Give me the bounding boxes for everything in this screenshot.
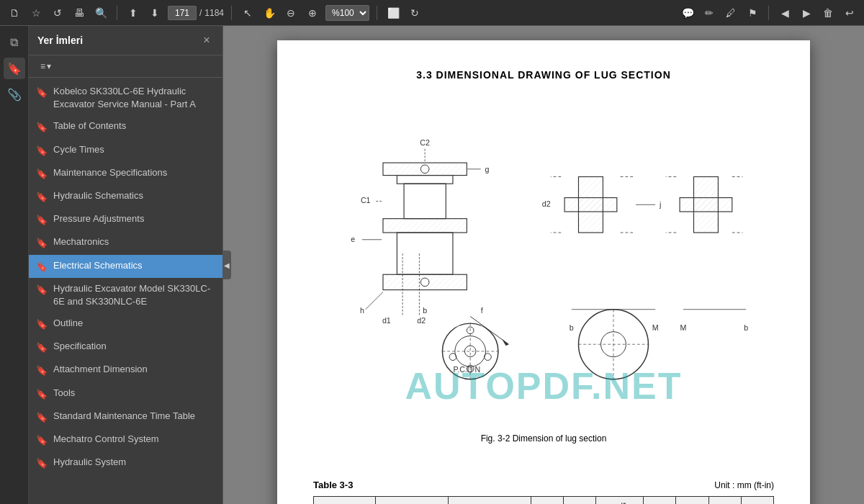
rotate-icon[interactable]: ↻	[406, 4, 423, 22]
sidebar-grid-icon: ≡	[40, 61, 45, 71]
bookmark-ribbon-icon: 🔖	[36, 411, 48, 424]
technical-drawing: C2 C1 g d1 d2	[313, 102, 774, 412]
bookmark-ribbon-icon: 🔖	[36, 341, 48, 354]
bookmark-item-bm-toc[interactable]: 🔖Table of Contents	[29, 115, 222, 138]
bookmark-item-bm-main[interactable]: 🔖Kobelco SK330LC-6E Hydraulic Excavator …	[29, 81, 222, 115]
redo-icon[interactable]: ↩	[841, 4, 858, 22]
page-separator: /	[199, 8, 202, 18]
svg-text:C1: C1	[361, 196, 371, 204]
table-header-row: Table 3-3 Unit : mm (ft-in)	[313, 480, 774, 490]
svg-text:e: e	[351, 235, 355, 243]
bookmark-label: Attachment Dimension	[53, 363, 214, 376]
bookmark-ribbon-icon: 🔖	[36, 284, 48, 297]
sidebar-panel: Yer İmleri × ≡ ▾ 🔖Kobelco SK330LC-6E Hyd…	[29, 26, 223, 504]
hand-tool-icon[interactable]: ✋	[261, 4, 278, 22]
bookmark-item-bm-stdmaint[interactable]: 🔖Standard Maintenance Time Table	[29, 405, 222, 428]
bookmark-ribbon-icon: 🔖	[36, 121, 48, 134]
bookmark-label: Tools	[53, 387, 214, 400]
zoom-in-icon[interactable]: ⊕	[304, 4, 321, 22]
prev-page-icon[interactable]: ⬆	[125, 4, 142, 22]
nav-prev-icon[interactable]: ◀	[776, 4, 793, 22]
highlight-icon[interactable]: ✏	[701, 4, 718, 22]
fig-caption: Fig. 3-2 Dimension of lug section	[481, 433, 607, 444]
svg-rect-4	[397, 233, 453, 274]
undo-icon[interactable]: ↺	[49, 4, 66, 22]
panel-attachments-icon[interactable]: 📎	[4, 84, 25, 105]
pen-icon[interactable]: 🖊	[722, 4, 739, 22]
panel-bookmarks-icon[interactable]: 🔖	[4, 58, 25, 79]
bookmark-item-bm-outline[interactable]: 🔖Outline	[29, 312, 222, 336]
zoom-select[interactable]: %100 %75 %50 %125 %150	[325, 5, 369, 21]
bookmark-star-icon[interactable]: ☆	[27, 4, 45, 22]
sidebar-collapse-handle[interactable]: ◀	[222, 251, 231, 279]
delete-icon[interactable]: 🗑	[819, 4, 837, 22]
bookmark-label: Hydraulic Schematics	[53, 189, 214, 202]
search-icon[interactable]: 🔍	[92, 4, 109, 22]
table-unit: Unit : mm (ft-in)	[714, 480, 774, 490]
svg-text:d1: d1	[382, 316, 391, 325]
col-header-partno: Part No. ofbucket	[449, 497, 531, 505]
col-header-dia: dia.	[531, 497, 563, 505]
svg-rect-8	[383, 219, 467, 233]
pdf-viewer[interactable]: AUTOPDF.NET 3.3 DIMENSIONAL DRAWING OF L…	[223, 26, 864, 504]
svg-point-35	[485, 354, 492, 361]
bookmark-label: Standard Maintenance Time Table	[53, 410, 214, 423]
svg-text:d2: d2	[542, 199, 551, 208]
cursor-icon[interactable]: ↖	[239, 4, 256, 22]
col-header-pinda: pin dia.	[644, 497, 676, 505]
icon-panel: ⧉ 🔖 📎	[0, 26, 29, 504]
bookmark-item-bm-pressure[interactable]: 🔖Pressure Adjustments	[29, 208, 222, 231]
bookmark-ribbon-icon: 🔖	[36, 457, 48, 470]
svg-text:b: b	[423, 306, 427, 315]
zoom-out-icon[interactable]: ⊖	[282, 4, 300, 22]
bookmark-item-bm-maint[interactable]: 🔖Maintenance Specifications	[29, 162, 222, 185]
svg-rect-1	[397, 176, 453, 184]
sidebar-close-button[interactable]: ×	[199, 33, 214, 48]
table-name: Table 3-3	[313, 480, 353, 490]
bookmark-label: Mechatronics	[53, 235, 214, 248]
bookmark-item-bm-mecha[interactable]: 🔖Mechatronics	[29, 231, 222, 254]
drawing-area: C2 C1 g d1 d2	[313, 102, 774, 504]
bookmark-item-bm-elec[interactable]: 🔖Electrical Schematics	[29, 255, 222, 278]
page-current-input[interactable]: 171	[168, 6, 197, 20]
sidebar-view-toggle[interactable]: ≡ ▾	[36, 60, 55, 73]
bookmark-item-bm-hydsys[interactable]: 🔖Hydraulic System	[29, 451, 222, 474]
bookmark-item-bm-spec[interactable]: 🔖Specification	[29, 336, 222, 359]
sidebar-header: Yer İmleri ×	[29, 26, 222, 55]
svg-rect-58	[680, 198, 732, 212]
bookmark-item-bm-cycle[interactable]: 🔖Cycle Times	[29, 139, 222, 162]
markup-icon[interactable]: ⚑	[744, 4, 761, 22]
panel-pages-icon[interactable]: ⧉	[4, 32, 25, 53]
bookmark-ribbon-icon: 🔖	[36, 168, 48, 181]
sep2	[231, 6, 232, 20]
col-header-te: te thickness	[564, 497, 596, 505]
svg-text:h: h	[360, 306, 364, 315]
sep3	[377, 6, 377, 20]
bookmark-label: Kobelco SK330LC-6E Hydraulic Excavator S…	[53, 85, 214, 111]
bookmark-item-bm-hydexc[interactable]: 🔖Hydraulic Excavator Model SK330LC-6E an…	[29, 278, 222, 312]
nav-next-icon[interactable]: ▶	[798, 4, 815, 22]
svg-rect-43	[564, 198, 617, 212]
bookmark-item-bm-hyd[interactable]: 🔖Hydraulic Schematics	[29, 185, 222, 208]
fit-page-icon[interactable]: ⬜	[384, 4, 402, 22]
col-header-pcd: ole P.C.D	[741, 497, 773, 505]
svg-line-24	[366, 292, 383, 309]
next-page-icon[interactable]: ⬇	[146, 4, 163, 22]
svg-text:b: b	[570, 323, 574, 332]
bookmark-ribbon-icon: 🔖	[36, 191, 48, 204]
svg-marker-29	[502, 338, 509, 346]
file-icon[interactable]: 🗋	[6, 4, 23, 22]
bookmark-ribbon-icon: 🔖	[36, 318, 48, 331]
page-navigation: 171 / 1184	[168, 6, 224, 20]
col-header-terdia: ter dia.	[708, 497, 741, 505]
comment-icon[interactable]: 💬	[679, 4, 696, 22]
print-icon[interactable]: 🖶	[71, 4, 88, 22]
collapse-arrow-icon: ◀	[224, 261, 230, 269]
bookmark-label: Maintenance Specifications	[53, 166, 214, 179]
bookmark-label: Specification	[53, 340, 214, 353]
bookmark-item-bm-attach[interactable]: 🔖Attachment Dimension	[29, 359, 222, 382]
bookmark-item-bm-mechctrl[interactable]: 🔖Mechatro Control System	[29, 428, 222, 451]
sidebar-toolbar: ≡ ▾	[29, 55, 222, 78]
bookmark-item-bm-tools[interactable]: 🔖Tools	[29, 382, 222, 405]
bookmark-label: Cycle Times	[53, 143, 214, 156]
